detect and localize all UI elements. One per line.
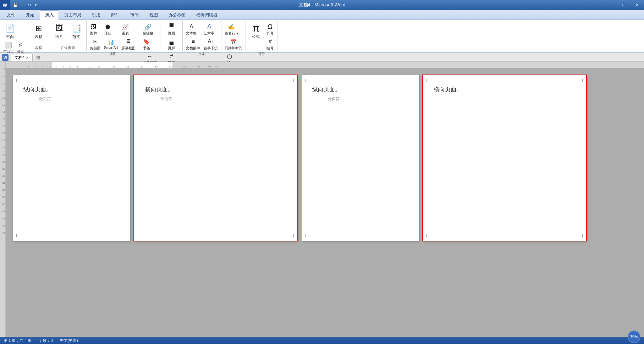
template-button[interactable]: 📑 范文 — [68, 22, 84, 40]
tab-review[interactable]: 审阅 — [125, 10, 144, 20]
picture-button[interactable]: 🖼 图片 — [89, 22, 99, 37]
shape-icon: ⬟ — [104, 23, 112, 31]
dropcap-button[interactable]: A↓ 首字下沉 — [203, 37, 219, 51]
main-area: 2 4 6 8 10 12 14 16 18 20 22 24 26 28 30… — [0, 62, 644, 337]
page-3[interactable]: 纵向页面。 分页符 — [302, 75, 419, 241]
word-count: 字数：0 — [39, 338, 53, 343]
page-3-title: 纵向页面。 — [312, 86, 408, 93]
object-icon: ⬡ — [226, 53, 233, 60]
footer-icon: ▄ — [167, 38, 175, 45]
shape-button[interactable]: ⬟ 形状 — [103, 22, 113, 37]
dropcap-icon: A↓ — [207, 38, 215, 45]
page-2[interactable]: 横向页面。 分页符 — [134, 75, 297, 241]
page-break-button[interactable]: ⎘ 分页 — [16, 40, 26, 55]
wordart-button[interactable]: A 艺术字 — [203, 22, 215, 37]
ribbon-group-online: 🖼 图片 📑 范文 在线资源 — [49, 21, 87, 51]
clipart-button[interactable]: ✂ 剪贴画 — [89, 37, 101, 51]
page-4-content: 横向页面。 — [423, 75, 586, 241]
title-bar-left: W 💾 ↩ ↪ ▾ — [0, 0, 40, 10]
header-button[interactable]: ▀ 页眉 — [166, 22, 176, 37]
hyperlink-button[interactable]: 🔗 超链接 — [142, 22, 154, 37]
minimize-button[interactable]: ─ — [604, 0, 617, 10]
doc-tab-close[interactable]: ✕ — [26, 56, 29, 60]
crossref-icon: ↔ — [146, 53, 154, 60]
zoom-level: 75% — [630, 335, 638, 339]
pages-area: 纵向页面。 分页符 横向页面。 分页符 — [6, 68, 644, 337]
online-group-label: 在线资源 — [61, 45, 75, 51]
picture-online-icon: 🖼 — [54, 23, 65, 34]
maximize-button[interactable]: □ — [617, 0, 631, 10]
picture-online-button[interactable]: 🖼 图片 — [51, 22, 67, 40]
chart-icon: 📈 — [121, 23, 129, 31]
bookmark-button[interactable]: 🔖 书签 — [142, 37, 152, 51]
page-1[interactable]: 纵向页面。 分页符 — [13, 75, 130, 241]
status-bar: 第 1 页，共 4 页 字数：0 中文(中国) 75% — [0, 337, 644, 344]
table-icon: ⊞ — [33, 23, 44, 34]
page-1-title: 纵向页面。 — [23, 86, 119, 93]
save-button[interactable]: 💾 — [11, 2, 19, 8]
page-3-content: 纵向页面。 分页符 — [302, 75, 419, 241]
ribbon-group-text: A 文本框 ≡ 文档部件 A 艺术字 A↓ 首字下沉 文本 — [183, 21, 221, 51]
zoom-indicator[interactable]: 75% — [628, 331, 640, 343]
window-title: 文档4 - Microsoft Word — [299, 2, 346, 8]
page-1-content: 纵向页面。 分页符 — [13, 75, 130, 241]
ribbon-insert: 📄 封面 ⬜ 空白页 ⎘ 分页 页 ⊞ — [0, 20, 644, 53]
cover-button[interactable]: 📄 封面 — [2, 22, 18, 40]
tab-mail[interactable]: 邮件 — [106, 10, 125, 20]
doc-tab-doc4[interactable]: 文档4 ✕ — [11, 54, 33, 61]
text-group-label: 文本 — [198, 51, 205, 57]
ribbon-group-headerfooter: ▀ 页眉 ▄ 页脚 # 页码 页眉和页脚 — [160, 21, 183, 51]
tab-officetab[interactable]: 办公标签 — [163, 10, 191, 20]
close-button[interactable]: ✕ — [631, 0, 644, 10]
tab-file[interactable]: 文件 — [1, 10, 21, 20]
page-info: 第 1 页，共 4 页 — [4, 338, 32, 343]
tab-foxreader[interactable]: 福昕阅读器 — [191, 10, 223, 20]
undo-button[interactable]: ↩ — [20, 2, 26, 8]
docparts-button[interactable]: ≡ 文档部件 — [185, 37, 201, 51]
table-group-label: 表格 — [35, 45, 42, 51]
smartart-button[interactable]: 📊 SmartArt — [103, 37, 119, 50]
tab-references[interactable]: 引用 — [87, 10, 106, 20]
content-with-ruler: -8 -6 -4 -2 2 4 6 8 10 14 18 22 26 30 34… — [6, 62, 644, 337]
datetime-button[interactable]: 📅 日期和时间 — [224, 37, 243, 51]
header-icon: ▀ — [167, 23, 175, 31]
text-cursor — [145, 87, 145, 92]
word-icon: W — [0, 0, 10, 10]
customize-button[interactable]: ▾ — [33, 2, 38, 8]
vertical-ruler: 2 4 6 8 10 12 14 16 18 20 22 24 26 28 30… — [0, 62, 6, 337]
tab-layout[interactable]: 页面布局 — [59, 10, 87, 20]
page-1-break: 分页符 — [23, 96, 119, 102]
ribbon-group-symbols: π 公式 Ω 符号 # 编号 符号 — [246, 21, 277, 51]
ribbon-tab-bar: 文件 开始 插入 页面布局 引用 邮件 审阅 视图 办公标签 福昕阅读器 — [0, 10, 644, 20]
blank-page-button[interactable]: ⬜ 空白页 — [2, 40, 15, 55]
title-bar: W 💾 ↩ ↪ ▾ 文档4 - Microsoft Word ─ □ ✕ — [0, 0, 644, 10]
number-button[interactable]: # 编号 — [265, 37, 275, 51]
new-tab-button[interactable]: ⊞ — [33, 54, 43, 61]
picture-icon: 🖼 — [90, 23, 98, 31]
bookmark-icon: 🔖 — [143, 38, 150, 45]
chart-button[interactable]: 📈 图表 — [120, 22, 130, 37]
tab-home[interactable]: 开始 — [21, 10, 40, 20]
pagenum-icon: # — [167, 53, 175, 60]
signline-button[interactable]: ✍ 签名行 ▾ — [224, 22, 239, 37]
cover-icon: 📄 — [4, 23, 16, 34]
screenshot-icon: 🖥 — [125, 38, 132, 45]
footer-button[interactable]: ▄ 页脚 — [166, 37, 176, 51]
doc-tabbar: W 文档4 ✕ ⊞ — [0, 53, 644, 62]
tab-insert[interactable]: 插入 — [40, 10, 59, 20]
hyperlink-icon: 🔗 — [144, 23, 152, 31]
equation-button[interactable]: π 公式 — [248, 22, 264, 40]
symbol-icon: Ω — [266, 23, 274, 31]
textbox-button[interactable]: A 文本框 — [185, 22, 198, 37]
screenshot-button[interactable]: 🖥 屏幕截图 — [120, 37, 137, 51]
ribbon-group-links: 🔗 超链接 🔖 书签 ↔ 交叉引用 链接 — [139, 21, 160, 51]
tab-view[interactable]: 视图 — [144, 10, 163, 20]
redo-button[interactable]: ↪ — [27, 2, 33, 8]
page-4[interactable]: 横向页面。 — [423, 75, 586, 241]
ribbon-group-table: ⊞ 表格 表格 — [28, 21, 49, 51]
symbols-group-label: 符号 — [258, 51, 265, 57]
template-icon: 📑 — [71, 23, 82, 34]
page-break-icon: ⎘ — [17, 41, 24, 49]
symbol-button[interactable]: Ω 符号 — [265, 22, 275, 37]
table-button[interactable]: ⊞ 表格 — [31, 22, 46, 40]
